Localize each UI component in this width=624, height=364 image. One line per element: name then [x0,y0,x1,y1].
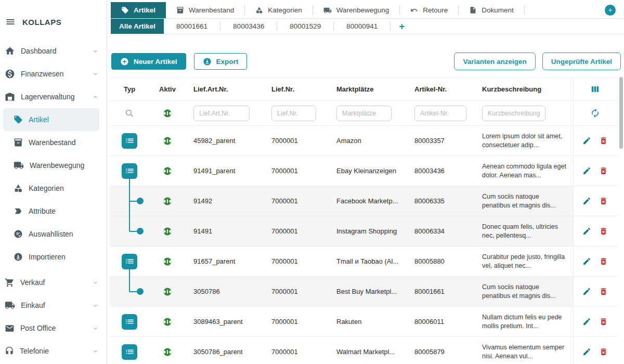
filter-marktplaetze-input[interactable] [336,106,392,121]
tab-dokument[interactable]: Dokument [459,2,524,18]
refresh-icon[interactable] [590,108,600,118]
sidebar-item-auswahllisten[interactable]: Auswahllisten [0,223,107,245]
app-window: KOLLAPS Dashboard Finanzwesen Lagerverwa… [0,0,624,364]
table-row[interactable]: 3089463_parent 7000001 Rakuten 80006011 … [110,307,617,337]
search-icon[interactable] [125,109,134,118]
article-type-button[interactable] [122,314,137,330]
sidebar-item-lagerverwaltung[interactable]: Lagerverwaltung [0,85,107,108]
edit-icon[interactable] [582,227,591,236]
header-typ[interactable]: Typ [110,78,149,100]
article-type-button[interactable] [122,344,137,360]
active-status-icon[interactable] [163,347,172,357]
table-row[interactable]: 3050786_parent 7000001 Walmart Marketpl.… [110,337,617,364]
sidebar-item-telefonie[interactable]: Telefonie [0,340,107,362]
sidebar-item-label: Attribute [29,207,98,215]
cell-kurzbeschreibung: Vivamus elementum semper nisi. Aenean vu… [474,343,573,361]
table-row[interactable]: 91491_parent 7000001 Ebay Kleinanzeigen … [110,156,617,186]
tab-warenbewegung[interactable]: Warenbewegung [313,2,400,18]
active-filter-toggle-icon[interactable] [163,109,172,118]
article-type-button[interactable] [122,254,137,269]
vertical-scrollbar-thumb[interactable] [619,77,623,149]
tab-kategorien[interactable]: Kategorien [245,2,312,18]
hamburger-menu-icon[interactable] [5,17,16,27]
sidebar-item-label: Artikel [29,115,91,124]
table-row-child[interactable]: 91492 7000001 Facebook Marketp... 800063… [110,186,617,216]
subtab-article[interactable]: 80000941 [334,19,390,34]
unchecked-articles-button[interactable]: Ungeprüfte Artikel [542,53,621,70]
edit-icon[interactable] [582,257,591,266]
export-button[interactable]: Export [194,53,248,70]
chevron-down-icon [93,348,98,354]
table-row-child[interactable]: 3050786 7000001 Best Buy Marketpl... 800… [110,277,617,307]
tab-artikel[interactable]: Artikel [111,2,166,18]
filter-lief-nr-input[interactable] [271,106,316,121]
table-filter-row [110,101,617,126]
table-row[interactable]: 91657_parent 7000001 Tmall и Taobao (Al.… [110,246,617,277]
sidebar-item-artikel[interactable]: Artikel [3,108,99,131]
delete-icon[interactable] [599,317,608,326]
delete-icon[interactable] [599,136,608,145]
sidebar-item-verkauf[interactable]: Verkauf [0,271,107,294]
table-row-child[interactable]: 91491 7000001 Instagram Shopping 8000633… [110,216,617,246]
active-status-icon[interactable] [163,166,172,176]
header-lief-nr[interactable]: Lief.Nr. [264,85,329,93]
delete-icon[interactable] [599,227,608,236]
article-type-button[interactable] [122,133,137,149]
show-variants-button[interactable]: Varianten anzeigen [454,53,535,70]
header-kurzbeschreibung[interactable]: Kurzbeschreibung [474,85,573,93]
tab-retoure[interactable]: Retoure [400,2,458,18]
edit-icon[interactable] [582,136,591,145]
tree-connector [129,269,130,277]
active-status-icon[interactable] [163,287,172,296]
sidebar-item-finanzwesen[interactable]: Finanzwesen [0,62,107,85]
delete-icon[interactable] [599,166,608,175]
active-status-icon[interactable] [163,317,172,327]
sidebar-item-dashboard[interactable]: Dashboard [0,40,107,62]
filter-lief-art-nr-input[interactable] [193,106,250,121]
subtab-alle-artikel[interactable]: Alle Artikel [111,19,164,34]
document-icon [469,6,477,14]
sidebar-item-label: Importieren [29,253,98,261]
subtab-article[interactable]: 80001661 [164,19,220,34]
table-row[interactable]: 45982_parent 7000001 Amazon 80003357 Lor… [110,126,617,156]
sidebar-item-kategorien[interactable]: Kategorien [0,177,107,200]
edit-icon[interactable] [582,347,591,356]
header-lief-art-nr[interactable]: Lief.Art.Nr. [186,85,264,93]
delete-icon[interactable] [599,197,608,205]
edit-icon[interactable] [582,317,591,326]
sidebar-item-warenbewegung[interactable]: Warenbewegung [0,154,107,177]
active-status-icon[interactable] [163,136,172,146]
column-settings-icon[interactable] [590,84,600,94]
new-article-button[interactable]: Neuer Artikel [111,53,186,70]
cell-lief-art-nr: 91657_parent [186,257,264,265]
cell-marktplaetze: Amazon [329,137,407,145]
active-status-icon[interactable] [163,257,172,266]
sidebar-item-attribute[interactable]: Attribute [0,200,107,223]
header-artikel-nr[interactable]: Artikel-Nr. [407,85,474,93]
sidebar-item-warenbestand[interactable]: Warenbestand [0,131,107,154]
sidebar-item-label: Lagerverwaltung [21,93,87,101]
article-type-button[interactable] [122,163,137,179]
add-subtab-button[interactable]: + [391,19,413,34]
add-tab-button[interactable] [605,5,616,16]
edit-icon[interactable] [582,197,591,205]
delete-icon[interactable] [599,347,608,356]
subtab-article[interactable]: 80001529 [277,19,333,34]
edit-icon[interactable] [582,166,591,175]
edit-icon[interactable] [582,287,591,296]
cell-artikel-nr: 80006335 [407,197,474,205]
header-aktiv[interactable]: Aktiv [149,78,186,100]
header-marktplaetze[interactable]: Marktplätze [329,85,407,93]
tab-warenbestand[interactable]: Warenbestand [166,2,244,18]
active-status-icon[interactable] [163,227,172,236]
sidebar-item-importieren[interactable]: Importieren [0,245,107,268]
filter-artikel-nr-input[interactable] [414,106,466,121]
sidebar-item-einkauf[interactable]: Einkauf [0,294,107,317]
sidebar-item-label: Warenbewegung [30,161,98,170]
subtab-article[interactable]: 80003436 [220,19,277,34]
filter-kurzbeschreibung-input[interactable] [482,106,545,121]
delete-icon[interactable] [599,287,608,296]
sidebar-item-post-office[interactable]: Post Office [0,317,107,340]
active-status-icon[interactable] [163,197,172,206]
delete-icon[interactable] [599,257,608,266]
